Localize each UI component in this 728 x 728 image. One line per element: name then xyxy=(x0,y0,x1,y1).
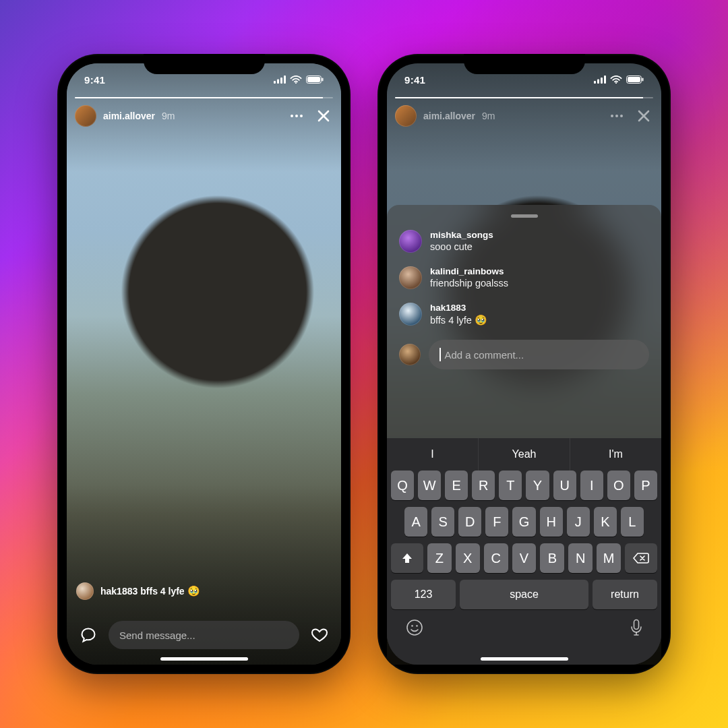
key[interactable]: P xyxy=(634,471,657,500)
screen: 9:41 aimi.allover 9m xyxy=(387,63,661,665)
svg-point-4 xyxy=(295,82,297,84)
story-timestamp: 9m xyxy=(482,111,495,121)
author-avatar[interactable] xyxy=(75,105,96,127)
key[interactable]: D xyxy=(458,507,481,537)
status-right xyxy=(594,75,644,84)
comment-button[interactable] xyxy=(76,623,100,647)
caption-avatar[interactable] xyxy=(76,582,94,600)
author-username[interactable]: aimi.allover xyxy=(103,111,155,121)
key[interactable]: H xyxy=(540,507,563,537)
more-options-button[interactable] xyxy=(606,111,628,121)
sheet-grabber[interactable] xyxy=(511,214,538,218)
key[interactable]: X xyxy=(456,543,480,573)
key[interactable]: M xyxy=(597,543,621,573)
keyboard-row: A S D F G H J K L xyxy=(387,507,661,537)
comment-text: friendship goalsss xyxy=(430,278,508,289)
key[interactable]: Q xyxy=(391,471,414,500)
svg-point-23 xyxy=(411,625,413,627)
return-key[interactable]: return xyxy=(593,580,657,609)
key[interactable]: I xyxy=(580,471,603,500)
key[interactable]: J xyxy=(567,507,590,537)
comment-avatar[interactable] xyxy=(399,266,422,289)
comment-username[interactable]: kalindi_rainbows xyxy=(430,266,508,276)
caption-text: bffs 4 lyfe xyxy=(140,586,184,597)
status-time: 9:41 xyxy=(84,74,105,86)
shift-key[interactable] xyxy=(391,543,423,573)
comment-row: hak1883 bffs 4 lyfe 🥹 xyxy=(399,303,649,326)
story-progress[interactable] xyxy=(75,97,333,98)
notch xyxy=(144,54,265,74)
story-timestamp: 9m xyxy=(162,111,175,121)
suggestion[interactable]: I xyxy=(387,438,478,471)
key[interactable]: O xyxy=(607,471,630,500)
status-time: 9:41 xyxy=(404,74,425,86)
keyboard-footer xyxy=(387,616,661,646)
more-options-button[interactable] xyxy=(286,111,307,121)
svg-rect-0 xyxy=(274,81,276,84)
svg-point-19 xyxy=(611,115,613,117)
author-username[interactable]: aimi.allover xyxy=(423,111,475,121)
key[interactable]: C xyxy=(484,543,508,573)
svg-point-21 xyxy=(620,115,623,117)
send-message-input[interactable]: Send message... xyxy=(109,621,299,649)
svg-rect-12 xyxy=(597,80,599,84)
key[interactable]: V xyxy=(512,543,537,573)
key[interactable]: B xyxy=(540,543,564,573)
story-image[interactable] xyxy=(67,63,341,665)
story-header: aimi.allover 9m xyxy=(67,97,341,127)
home-indicator[interactable] xyxy=(160,657,248,661)
key[interactable]: A xyxy=(404,507,427,537)
dictation-key[interactable] xyxy=(630,619,642,636)
key[interactable]: L xyxy=(621,507,644,537)
key[interactable]: R xyxy=(472,471,495,500)
svg-point-20 xyxy=(615,115,618,117)
space-key[interactable]: space xyxy=(460,580,588,609)
suggestion[interactable]: I'm xyxy=(570,438,661,471)
backspace-key[interactable] xyxy=(625,543,657,573)
key[interactable]: W xyxy=(418,471,441,500)
svg-point-8 xyxy=(291,115,293,117)
svg-rect-3 xyxy=(284,75,286,84)
comment-avatar[interactable] xyxy=(399,303,422,326)
wifi-icon xyxy=(610,75,622,84)
caption-username[interactable]: hak1883 xyxy=(100,586,138,597)
comment-avatar[interactable] xyxy=(399,230,422,253)
svg-rect-11 xyxy=(594,81,596,84)
comment-username[interactable]: hak1883 xyxy=(430,303,487,313)
add-comment-input[interactable]: Add a comment... xyxy=(429,340,649,369)
svg-point-22 xyxy=(407,620,422,635)
suggestion[interactable]: Yeah xyxy=(478,438,570,471)
svg-point-15 xyxy=(615,82,617,84)
key[interactable]: U xyxy=(553,471,576,500)
story-caption: hak1883 bffs 4 lyfe 🥹 xyxy=(76,582,200,600)
key[interactable]: E xyxy=(445,471,468,500)
key[interactable]: Z xyxy=(427,543,452,573)
svg-rect-2 xyxy=(280,78,282,84)
keyboard: I Yeah I'm Q W E R T Y U I O P A S D F xyxy=(387,438,661,665)
notch xyxy=(464,54,585,74)
battery-icon xyxy=(306,75,324,84)
key[interactable]: K xyxy=(594,507,617,537)
self-avatar[interactable] xyxy=(399,344,421,365)
keyboard-row: Z X C V B N M xyxy=(387,543,661,573)
emoji-key[interactable] xyxy=(406,619,423,636)
home-indicator[interactable] xyxy=(481,657,568,661)
keyboard-row: Q W E R T Y U I O P xyxy=(387,471,661,500)
author-avatar[interactable] xyxy=(395,105,417,127)
close-button[interactable] xyxy=(634,107,653,125)
numbers-key[interactable]: 123 xyxy=(391,580,456,609)
like-button[interactable] xyxy=(307,623,332,647)
close-button[interactable] xyxy=(314,107,333,125)
svg-point-24 xyxy=(416,625,418,627)
add-comment-placeholder: Add a comment... xyxy=(445,349,524,361)
key[interactable]: F xyxy=(485,507,508,537)
phone-right: 9:41 aimi.allover 9m xyxy=(377,54,671,674)
key[interactable]: G xyxy=(512,507,535,537)
key[interactable]: N xyxy=(568,543,593,573)
key[interactable]: Y xyxy=(526,471,549,500)
key[interactable]: T xyxy=(499,471,522,500)
comment-username[interactable]: mishka_songs xyxy=(430,230,493,240)
key[interactable]: S xyxy=(431,507,454,537)
svg-rect-6 xyxy=(307,77,320,82)
cellular-icon xyxy=(274,75,286,84)
